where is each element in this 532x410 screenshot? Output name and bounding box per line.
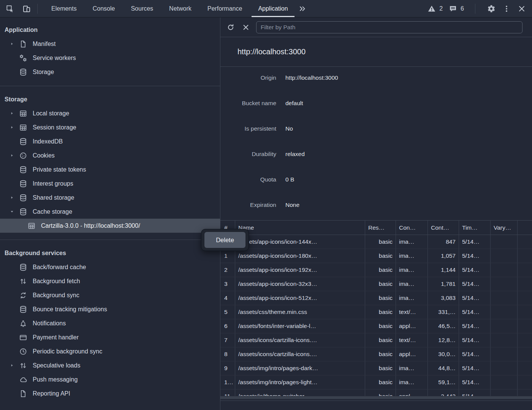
metadata-label: Durability bbox=[220, 151, 276, 158]
table-row[interactable]: 1/assets/app-icons/icon-180x…basicima…1,… bbox=[220, 249, 532, 263]
sidebar-item-periodic-background-sync[interactable]: Periodic background sync bbox=[0, 344, 220, 358]
sidebar-item-cartzilla-3-0-0-http-localhost-3000[interactable]: Cartzilla-3.0.0 - http://localhost:3000/ bbox=[0, 219, 220, 233]
cell-cont: 2,442 bbox=[428, 390, 459, 396]
cell-vary bbox=[491, 319, 518, 333]
table-row[interactable]: 3/assets/app-icons/icon-32x3…basicima…1,… bbox=[220, 277, 532, 291]
delete-menu-item[interactable]: Delete bbox=[204, 232, 245, 248]
table-row[interactable]: 6/assets/fonts/inter-variable-l…basicapp… bbox=[220, 319, 532, 333]
expand-arrow-icon[interactable] bbox=[8, 152, 15, 159]
tab-network[interactable]: Network bbox=[161, 0, 200, 17]
cell-tim: 5/14… bbox=[459, 249, 491, 263]
table-header: #NameRes…Con…Cont…Tim…Vary… bbox=[220, 220, 532, 235]
tab-elements[interactable]: Elements bbox=[43, 0, 85, 17]
cell-res: basic bbox=[365, 390, 396, 396]
clear-filter-icon[interactable] bbox=[241, 22, 251, 32]
issues-status[interactable]: 6 bbox=[448, 4, 464, 14]
table-row[interactable]: 4/assets/app-icons/icon-512x…basicima…3,… bbox=[220, 291, 532, 305]
sidebar-item-label: Reporting API bbox=[33, 390, 70, 397]
more-tabs-icon[interactable] bbox=[298, 4, 307, 14]
origin-title: http://localhost:3000 bbox=[238, 47, 306, 56]
column-header-cont[interactable]: Cont… bbox=[428, 221, 459, 235]
cell-con: ima… bbox=[396, 249, 428, 263]
table-body: 0/assets/app-icons/icon-144x…basicima…84… bbox=[220, 235, 532, 396]
sidebar-item-notifications[interactable]: Notifications bbox=[0, 316, 220, 330]
sidebar-item-cookies[interactable]: Cookies bbox=[0, 148, 220, 162]
more-options-icon[interactable] bbox=[502, 4, 511, 14]
column-header-name[interactable]: Name bbox=[235, 221, 365, 235]
column-header-tim[interactable]: Tim… bbox=[459, 221, 491, 235]
expand-arrow-icon[interactable] bbox=[8, 194, 15, 201]
filter-toolbar bbox=[220, 17, 532, 37]
table-row[interactable]: 0/assets/app-icons/icon-144x…basicima…84… bbox=[220, 235, 532, 249]
horizontal-scrollbar[interactable] bbox=[220, 396, 532, 399]
metadata-value: No bbox=[285, 125, 293, 132]
close-icon[interactable] bbox=[517, 4, 527, 14]
filter-input[interactable] bbox=[256, 21, 522, 33]
tab-application[interactable]: Application bbox=[250, 0, 296, 17]
table-row[interactable]: 9/assets/img/intro/pages-dark…basicima…4… bbox=[220, 361, 532, 375]
table-row[interactable]: 5/assets/css/theme.min.cssbasictext/…331… bbox=[220, 305, 532, 319]
toolbar-divider bbox=[37, 4, 38, 14]
sidebar-item-speculative-loads[interactable]: Speculative loads bbox=[0, 358, 220, 372]
cell-con: ima… bbox=[396, 263, 428, 277]
collapse-arrow-icon[interactable] bbox=[8, 208, 15, 215]
expand-arrow-icon[interactable] bbox=[8, 110, 15, 117]
sidebar-item-bounce-tracking-mitigations[interactable]: Bounce tracking mitigations bbox=[0, 302, 220, 316]
sidebar-item-manifest[interactable]: Manifest bbox=[0, 37, 220, 51]
table-icon bbox=[27, 222, 36, 230]
sidebar-item-shared-storage[interactable]: Shared storage bbox=[0, 191, 220, 205]
tab-console[interactable]: Console bbox=[85, 0, 123, 17]
sidebar-item-local-storage[interactable]: Local storage bbox=[0, 106, 220, 120]
expand-arrow-icon[interactable] bbox=[8, 41, 15, 47]
sidebar-item-reporting-api[interactable]: Reporting API bbox=[0, 386, 220, 401]
sidebar-item-payment-handler[interactable]: Payment handler bbox=[0, 330, 220, 344]
sidebar-item-background-sync[interactable]: Background sync bbox=[0, 288, 220, 302]
column-header-res[interactable]: Res… bbox=[365, 221, 396, 235]
table-row[interactable]: 11/assets/js/theme-switcher…basicappl…2,… bbox=[220, 390, 532, 396]
database-icon bbox=[19, 166, 27, 174]
cell-cont: 1,781 bbox=[428, 277, 459, 291]
tab-performance[interactable]: Performance bbox=[200, 0, 250, 17]
settings-gear-icon[interactable] bbox=[486, 4, 496, 14]
column-header-con[interactable]: Con… bbox=[396, 221, 428, 235]
origin-title-row: http://localhost:3000 bbox=[220, 37, 532, 67]
cell-cont: 12,8… bbox=[428, 333, 459, 347]
cell-num: 1… bbox=[220, 375, 235, 389]
table-row[interactable]: 7/assets/icons/cartzilla-icons.…basictex… bbox=[220, 333, 532, 347]
sidebar-item-storage[interactable]: Storage bbox=[0, 65, 220, 79]
sidebar-item-private-state-tokens[interactable]: Private state tokens bbox=[0, 162, 220, 177]
arrow-spacer bbox=[8, 292, 15, 299]
inspect-element-icon[interactable] bbox=[5, 4, 15, 14]
expand-arrow-icon[interactable] bbox=[8, 362, 15, 369]
sidebar-item-background-fetch[interactable]: Background fetch bbox=[0, 274, 220, 288]
sidebar-item-push-messaging[interactable]: Push messaging bbox=[0, 372, 220, 386]
cell-tim: 5/14… bbox=[459, 291, 491, 305]
cell-cont: 1,144 bbox=[428, 263, 459, 277]
toolbar-left-group bbox=[0, 4, 32, 14]
sidebar-item-interest-groups[interactable]: Interest groups bbox=[0, 177, 220, 191]
table-row[interactable]: 8/assets/icons/cartzilla-icons.…basicapp… bbox=[220, 347, 532, 361]
cache-storage-panel: http://localhost:3000 Originhttp://local… bbox=[220, 17, 532, 410]
sidebar-item-session-storage[interactable]: Session storage bbox=[0, 120, 220, 134]
sidebar-item-back-forward-cache[interactable]: Back/forward cache bbox=[0, 260, 220, 274]
table-row[interactable]: 2/assets/app-icons/icon-192x…basicima…1,… bbox=[220, 263, 532, 277]
cell-num: 9 bbox=[220, 361, 235, 375]
sidebar-item-label: Periodic background sync bbox=[33, 348, 102, 355]
sidebar-item-label: Shared storage bbox=[33, 194, 74, 201]
column-header-vary[interactable]: Vary… bbox=[491, 221, 518, 235]
warnings-status[interactable]: 2 bbox=[427, 4, 443, 14]
sidebar-item-label: Interest groups bbox=[33, 180, 73, 187]
expand-arrow-icon[interactable] bbox=[8, 124, 15, 131]
sidebar-section-divider bbox=[0, 240, 220, 240]
refresh-icon[interactable] bbox=[226, 22, 236, 32]
device-toolbar-icon[interactable] bbox=[22, 4, 32, 14]
cell-num: 3 bbox=[220, 277, 235, 291]
sidebar-item-cache-storage[interactable]: Cache storage bbox=[0, 205, 220, 219]
arrow-spacer bbox=[8, 278, 15, 285]
cell-tim: 5/14… bbox=[459, 361, 491, 375]
sidebar-item-service-workers[interactable]: Service workers bbox=[0, 51, 220, 65]
tab-sources[interactable]: Sources bbox=[123, 0, 161, 17]
cell-con: appl… bbox=[396, 390, 428, 396]
sidebar-item-indexeddb[interactable]: IndexedDB bbox=[0, 134, 220, 148]
table-row[interactable]: 1…/assets/img/intro/pages-light…basicima… bbox=[220, 375, 532, 390]
